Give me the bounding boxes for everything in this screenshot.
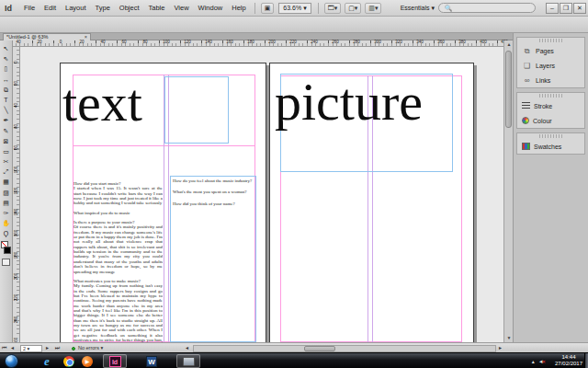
ruler-label: 20 bbox=[79, 40, 84, 44]
taskbar-app-word[interactable]: W bbox=[140, 354, 164, 368]
empty-text-frame[interactable] bbox=[164, 76, 229, 144]
scissors-tool[interactable]: ✂ bbox=[1, 156, 12, 167]
ruler-label: 140 bbox=[14, 209, 18, 216]
control-panel: X: 177 mm Y: 238.5 mm W: H: ∞ ⟳ ⟲ P ⇄ ⇅ … bbox=[0, 17, 588, 33]
tab-close-icon[interactable]: × bbox=[85, 34, 87, 40]
rectangle-tool[interactable]: ▭ bbox=[1, 146, 12, 156]
screen-mode-button[interactable]: ▢▾ bbox=[345, 3, 361, 14]
panel-button-links[interactable]: ∞Links bbox=[517, 73, 584, 87]
article-column-2[interactable]: How do you feel about the music industry… bbox=[173, 178, 254, 213]
ruler-label: 120 bbox=[14, 187, 18, 194]
taskbar-app-computer[interactable] bbox=[176, 354, 200, 368]
ruler-label: 180 bbox=[14, 251, 18, 259]
page-number-field[interactable]: 2 ▾ bbox=[20, 345, 42, 352]
questions-text-frame[interactable]: How do you feel about the music industry… bbox=[170, 176, 256, 342]
last-page-button[interactable]: ⏭ bbox=[55, 344, 60, 352]
ruler-label: 140 bbox=[205, 40, 212, 44]
ruler-label: 20 bbox=[14, 80, 18, 87]
ruler-label: 40 bbox=[14, 101, 18, 109]
line-tool[interactable]: ╲ bbox=[1, 105, 12, 115]
restore-button[interactable]: ❐ bbox=[560, 3, 572, 14]
question-line: What's the most you spent on a woman? bbox=[173, 190, 254, 194]
preflight-status[interactable]: No errors ▾ bbox=[78, 344, 103, 352]
taskbar-app-internet-explorer[interactable]: e bbox=[35, 354, 59, 368]
workspace-switcher[interactable]: Essentials ▾ bbox=[397, 5, 438, 12]
page-tool[interactable]: ▯ bbox=[1, 63, 12, 74]
horizontal-scroll-thumb[interactable] bbox=[304, 346, 335, 351]
type-tool[interactable]: T bbox=[1, 95, 12, 105]
taskbar-clock[interactable]: 14:44 27/02/2017 bbox=[555, 354, 582, 367]
article-column-1[interactable]: How did you start music?I started when I… bbox=[74, 181, 163, 342]
page-right[interactable]: picture bbox=[269, 63, 474, 342]
gradient-swatch-tool[interactable]: ▦ bbox=[1, 177, 12, 187]
tray-expand-icon[interactable]: ▴ bbox=[532, 358, 535, 364]
search-input[interactable]: 🔍 bbox=[438, 3, 536, 13]
panel-dock: ⧉Pages❏Layers∞LinksStrokeColourSwatches bbox=[513, 33, 588, 342]
eyedropper-tool[interactable]: ✑ bbox=[1, 208, 12, 218]
horizontal-ruler[interactable]: 4020020406080100120140160180200220240260… bbox=[13, 40, 503, 47]
first-page-button[interactable]: ⏮ bbox=[2, 344, 6, 352]
taskbar-app-media-player[interactable]: ▶ bbox=[75, 354, 99, 368]
scroll-left-icon[interactable]: ◂ bbox=[186, 344, 188, 352]
next-page-button[interactable]: ▸ bbox=[46, 344, 49, 352]
taskbar-app-indesign[interactable]: Id bbox=[103, 354, 127, 368]
panel-button-colour[interactable]: Colour bbox=[517, 113, 584, 128]
vertical-ruler[interactable]: 020406080100120140160180200220240260 bbox=[13, 47, 20, 342]
note-tool[interactable]: ▤ bbox=[1, 198, 12, 208]
zoom-level-dropdown[interactable]: 63.6% ▾ bbox=[278, 3, 311, 14]
headline-text[interactable]: picture bbox=[275, 75, 423, 129]
paragraph: Is there a purpose to your music?Of cour… bbox=[74, 220, 163, 274]
close-button[interactable]: ✕ bbox=[573, 3, 586, 14]
menu-items: FileEditLayoutTypeObjectTableViewWindowH… bbox=[19, 0, 251, 17]
arrange-documents-button[interactable]: ▥▾ bbox=[365, 3, 381, 14]
speaker-icon[interactable]: ◄✕ bbox=[538, 359, 546, 364]
menu-window[interactable]: Window bbox=[194, 4, 228, 12]
show-desktop-button[interactable] bbox=[584, 353, 588, 368]
menu-table[interactable]: Table bbox=[144, 4, 170, 12]
panel-button-layers[interactable]: ❏Layers bbox=[517, 58, 584, 73]
word-icon: W bbox=[146, 356, 157, 367]
colour-icon bbox=[522, 117, 529, 124]
panel-button-swatches[interactable]: Swatches bbox=[517, 139, 584, 154]
page-left[interactable]: text How did you start music?I started w… bbox=[60, 63, 266, 342]
preflight-status-icon bbox=[72, 347, 75, 351]
pencil-tool[interactable]: ✎ bbox=[1, 126, 12, 136]
view-options-button[interactable]: 🗔▾ bbox=[324, 3, 342, 14]
media-player-icon: ▶ bbox=[82, 356, 93, 367]
fill-stroke-swatches[interactable] bbox=[1, 241, 12, 256]
panel-button-pages[interactable]: ⧉Pages bbox=[517, 43, 584, 58]
ruler-label: 0 bbox=[60, 40, 62, 44]
stroke-black-swatch[interactable] bbox=[4, 247, 11, 254]
menu-object[interactable]: Object bbox=[115, 4, 144, 12]
menu-file[interactable]: File bbox=[19, 4, 40, 12]
headline-text[interactable]: text bbox=[62, 76, 142, 130]
rectangle-frame-tool[interactable]: ⊠ bbox=[1, 136, 12, 146]
start-button[interactable] bbox=[5, 354, 18, 368]
horizontal-scrollbar[interactable] bbox=[193, 345, 496, 352]
menu-layout[interactable]: Layout bbox=[61, 4, 91, 12]
menu-help[interactable]: Help bbox=[227, 4, 250, 12]
screen-mode-button[interactable] bbox=[2, 259, 10, 266]
hand-tool[interactable]: ✋ bbox=[1, 218, 12, 228]
pen-tool[interactable]: ✒ bbox=[1, 115, 12, 125]
panel-button-stroke[interactable]: Stroke bbox=[517, 98, 584, 113]
vertical-scroll-thumb[interactable] bbox=[505, 51, 512, 128]
gap-tool[interactable]: ↔ bbox=[1, 75, 12, 85]
selection-tool[interactable]: ↖ bbox=[1, 43, 12, 53]
menu-edit[interactable]: Edit bbox=[40, 4, 61, 12]
zoom-tool[interactable]: Ϙ bbox=[1, 228, 12, 238]
minimize-button[interactable]: – bbox=[546, 3, 559, 14]
vertical-scrollbar[interactable]: ▲ ▼ bbox=[503, 40, 513, 342]
menu-type[interactable]: Type bbox=[91, 4, 115, 12]
content-collector-tool[interactable]: ⧉ bbox=[1, 85, 12, 95]
gradient-feather-tool[interactable]: ▨ bbox=[1, 188, 12, 198]
pasteboard[interactable]: text How did you start music?I started w… bbox=[20, 47, 503, 342]
menu-view[interactable]: View bbox=[169, 4, 193, 12]
ruler-label: 200 bbox=[14, 273, 18, 281]
direct-selection-tool[interactable]: ⇖ bbox=[1, 53, 12, 63]
windows-taskbar: e▶IdW ▴ ◄✕ 14:44 27/02/2017 bbox=[0, 352, 588, 368]
free-transform-tool[interactable]: ⤢ bbox=[1, 167, 12, 177]
previous-page-button[interactable]: ◂ bbox=[11, 344, 14, 352]
scroll-right-icon[interactable]: ▸ bbox=[499, 344, 502, 352]
bridge-icon[interactable]: ▣ bbox=[261, 3, 275, 14]
